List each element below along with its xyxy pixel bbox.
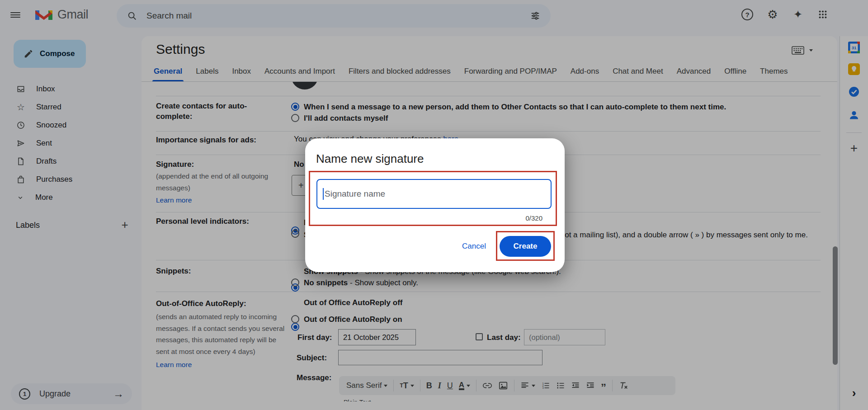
text-cursor [323, 188, 324, 200]
signature-name-input[interactable] [316, 179, 552, 209]
cancel-button[interactable]: Cancel [462, 242, 486, 251]
gmail-app: Gmail ? ⚙ ✦ [0, 0, 868, 410]
dialog-title: Name new signature [316, 152, 424, 166]
create-button[interactable]: Create [500, 236, 551, 257]
name-signature-dialog: Name new signature 0/320 Cancel Create [305, 138, 565, 272]
signature-name-field-wrap [316, 179, 552, 209]
char-counter: 0/320 [504, 214, 542, 222]
